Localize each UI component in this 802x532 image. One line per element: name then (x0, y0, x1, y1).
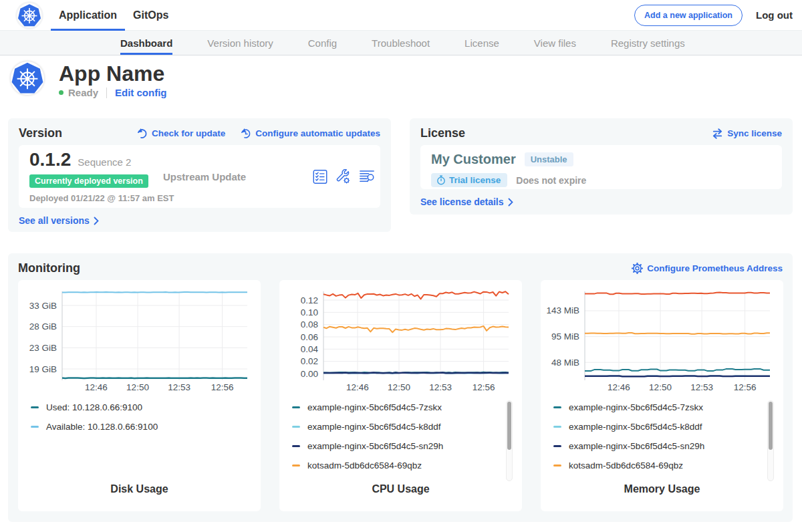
subnav-tab-label: Troubleshoot (372, 37, 430, 49)
svg-text:12:46: 12:46 (346, 382, 369, 392)
legend-label: example-nginx-5bc6f5d4c5-sn29h (569, 441, 704, 451)
dashboard-cards-row: Version Check for update Configure au (8, 118, 793, 232)
divider (106, 88, 107, 98)
tab-gitops-label: GitOps (133, 9, 168, 21)
edit-config-link[interactable]: Edit config (115, 87, 167, 98)
subnav-tab-license[interactable]: License (464, 31, 499, 55)
configure-automatic-updates-label: Configure automatic updates (255, 128, 380, 138)
add-application-button[interactable]: Add a new application (634, 5, 743, 26)
cpu-chart-legend: example-nginx-5bc6f5d4c5-7zskxexample-ng… (292, 398, 522, 475)
monitoring-section: Monitoring Configure Prometheus Address … (8, 253, 793, 522)
subnav-tab-troubleshoot[interactable]: Troubleshoot (372, 31, 430, 55)
svg-text:0.04: 0.04 (301, 344, 319, 354)
subnav-tab-dashboard[interactable]: Dashboard (120, 31, 172, 55)
legend-item[interactable]: example-nginx-5bc6f5d4c5-7zskx (553, 398, 783, 417)
subnav-tab-label: Config (308, 37, 337, 49)
subnav-tab-label: Version history (207, 37, 273, 49)
navbar-tabs: Application GitOps (51, 0, 176, 30)
see-all-versions-link[interactable]: See all versions (19, 215, 99, 226)
legend-dash-icon (553, 445, 561, 447)
sequence-label: Sequence 2 (78, 156, 131, 168)
tab-application[interactable]: Application (51, 0, 125, 30)
license-box: My Customer Unstable Trial license Does … (420, 145, 782, 189)
svg-text:12:46: 12:46 (608, 382, 630, 392)
refresh-icon (136, 128, 148, 139)
legend-item[interactable]: Used: 10.128.0.66:9100 (31, 398, 261, 417)
legend-item[interactable]: Available: 10.128.0.66:9100 (31, 417, 261, 436)
svg-text:33 GiB: 33 GiB (29, 301, 57, 311)
svg-text:12:53: 12:53 (690, 382, 713, 392)
see-license-details-link[interactable]: See license details (420, 196, 513, 207)
legend-scrollbar-thumb[interactable] (769, 402, 773, 450)
legend-scrollbar[interactable] (767, 400, 774, 481)
legend-scrollbar[interactable] (506, 400, 513, 481)
license-card: License Sync license My Customer Unstabl… (410, 118, 793, 215)
kubernetes-logo (17, 3, 41, 27)
legend-item[interactable]: example-nginx-5bc6f5d4c5-sn29h (292, 436, 522, 456)
legend-dash-icon (31, 426, 39, 428)
customer-name: My Customer (431, 152, 516, 167)
logout-button[interactable]: Log out (756, 9, 793, 21)
memory-chart-plot: 12:4612:5012:5312:56143 MiB95 MiB48 MiB (541, 280, 783, 395)
svg-text:143 MiB: 143 MiB (546, 305, 579, 315)
version-number: 0.1.2 (29, 150, 71, 170)
charts-row: 12:4612:5012:5312:5633 GiB28 GiB23 GiB19… (18, 280, 783, 511)
subnav-tab-config[interactable]: Config (308, 31, 337, 55)
legend-item[interactable]: example-nginx-5bc6f5d4c5-k8ddf (553, 417, 783, 436)
license-type-label: Trial license (449, 175, 501, 185)
legend-label: Available: 10.128.0.66:9100 (46, 422, 158, 432)
tab-gitops[interactable]: GitOps (125, 0, 176, 30)
legend-item[interactable]: example-nginx-5bc6f5d4c5-7zskx (292, 398, 522, 417)
disk-chart-legend: Used: 10.128.0.66:9100Available: 10.128.… (31, 398, 261, 436)
channel-badge: Unstable (525, 152, 573, 166)
app-icon (11, 61, 44, 95)
legend-dash-icon (553, 426, 561, 428)
legend-dash-icon (292, 406, 300, 408)
configure-prometheus-link[interactable]: Configure Prometheus Address (632, 263, 783, 274)
legend-scrollbar-thumb[interactable] (507, 402, 511, 450)
page-title: App Name (59, 61, 167, 86)
svg-text:12:50: 12:50 (126, 382, 149, 392)
svg-text:19 GiB: 19 GiB (29, 364, 57, 374)
svg-text:0.02: 0.02 (301, 356, 318, 366)
legend-item[interactable]: example-nginx-5bc6f5d4c5-sn29h (553, 436, 783, 456)
expiry-label: Does not expire (516, 175, 586, 186)
legend-item[interactable]: example-nginx-5bc6f5d4c5-k8ddf (292, 417, 522, 436)
subnav-tab-version-history[interactable]: Version history (207, 31, 273, 55)
svg-text:48 MiB: 48 MiB (551, 358, 579, 368)
subnav-tab-label: Registry settings (611, 37, 685, 49)
monitoring-title: Monitoring (18, 261, 80, 275)
svg-text:0.00: 0.00 (301, 369, 318, 379)
svg-text:12:50: 12:50 (388, 382, 410, 392)
legend-item[interactable]: kotsadm-5db6dc6584-69qbz (553, 456, 783, 475)
memory-usage-chart-card: 12:4612:5012:5312:56143 MiB95 MiB48 MiBe… (541, 280, 783, 511)
sync-license-link[interactable]: Sync license (712, 128, 782, 139)
see-all-versions-label: See all versions (19, 215, 90, 226)
check-for-update-link[interactable]: Check for update (136, 128, 225, 139)
svg-text:12:46: 12:46 (85, 382, 108, 392)
legend-dash-icon (292, 445, 300, 447)
disk-usage-chart-card: 12:4612:5012:5312:5633 GiB28 GiB23 GiB19… (18, 280, 261, 511)
subnav-tab-registry-settings[interactable]: Registry settings (611, 31, 685, 55)
legend-dash-icon (31, 406, 39, 408)
legend-dash-icon (292, 426, 300, 428)
legend-dash-icon (553, 464, 561, 467)
configure-automatic-updates-link[interactable]: Configure automatic updates (240, 128, 380, 139)
status-text: Ready (68, 87, 98, 98)
gear-icon (632, 263, 643, 274)
legend-label: example-nginx-5bc6f5d4c5-7zskx (307, 402, 442, 412)
app-header: App Name Ready Edit config (0, 55, 802, 98)
license-type-badge: Trial license (431, 173, 507, 187)
legend-label: example-nginx-5bc6f5d4c5-7zskx (569, 402, 703, 412)
svg-text:12:53: 12:53 (429, 382, 452, 392)
configure-prometheus-label: Configure Prometheus Address (647, 263, 783, 273)
subnav-tab-label: License (464, 37, 499, 49)
subnav-tab-view-files[interactable]: View files (534, 31, 576, 55)
version-card-title: Version (19, 126, 62, 140)
deploy-logs-icon[interactable] (359, 169, 375, 184)
svg-text:95 MiB: 95 MiB (551, 331, 579, 342)
legend-item[interactable]: kotsadm-5db6dc6584-69qbz (292, 456, 522, 475)
edit-config-icon[interactable] (336, 169, 351, 184)
disk-chart-title: Disk Usage (18, 483, 261, 495)
preflight-checks-icon[interactable] (313, 169, 327, 184)
